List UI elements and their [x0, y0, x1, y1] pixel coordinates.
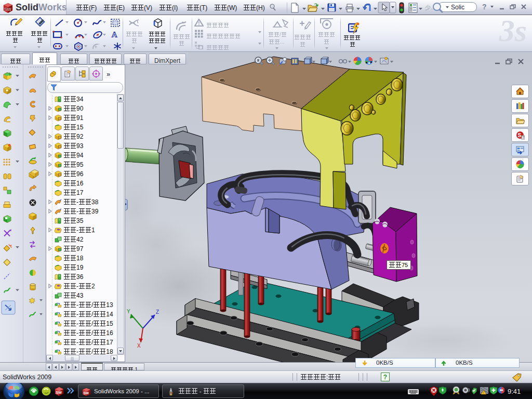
- svg-text:?: ?: [523, 136, 525, 139]
- svg-text:SW: SW: [84, 391, 89, 395]
- svg-text:S: S: [518, 132, 522, 138]
- svg-text:A: A: [113, 32, 117, 38]
- svg-text:Y: Y: [127, 309, 130, 314]
- svg-text:Z: Z: [156, 309, 159, 315]
- svg-text:SW: SW: [56, 391, 62, 394]
- svg-text:X: X: [137, 343, 141, 349]
- svg-text:SW: SW: [4, 7, 12, 12]
